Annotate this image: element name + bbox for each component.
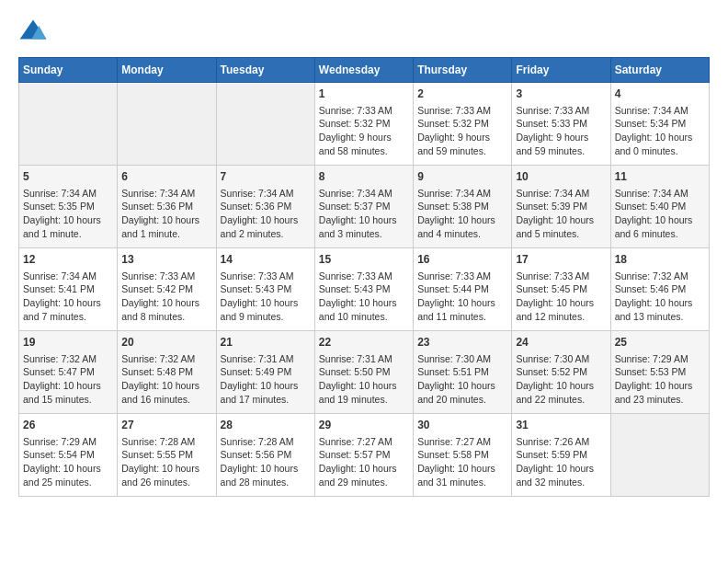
day-number: 1 (319, 86, 409, 102)
day-number: 13 (121, 252, 211, 268)
day-number: 25 (615, 335, 705, 350)
day-number: 30 (417, 418, 507, 433)
week-row-2: 5Sunrise: 7:34 AMSunset: 5:35 PMDaylight… (19, 166, 710, 248)
day-content: Sunrise: 7:33 AMSunset: 5:42 PMDaylight:… (121, 270, 211, 324)
day-number: 3 (516, 86, 606, 102)
day-content: Sunrise: 7:33 AMSunset: 5:43 PMDaylight:… (319, 270, 409, 324)
day-cell: 7Sunrise: 7:34 AMSunset: 5:36 PMDaylight… (216, 166, 314, 248)
day-number: 18 (615, 252, 705, 268)
week-row-3: 12Sunrise: 7:34 AMSunset: 5:41 PMDayligh… (19, 248, 710, 331)
day-content: Sunrise: 7:34 AMSunset: 5:37 PMDaylight:… (319, 187, 409, 241)
day-number: 2 (417, 86, 507, 102)
day-number: 29 (319, 418, 409, 433)
day-number: 5 (23, 169, 113, 185)
day-content: Sunrise: 7:34 AMSunset: 5:36 PMDaylight:… (221, 187, 311, 241)
header-day-tuesday: Tuesday (216, 58, 314, 83)
day-content: Sunrise: 7:26 AMSunset: 5:59 PMDaylight:… (516, 435, 606, 489)
day-number: 8 (319, 169, 409, 185)
day-cell: 12Sunrise: 7:34 AMSunset: 5:41 PMDayligh… (19, 248, 118, 331)
day-cell: 14Sunrise: 7:33 AMSunset: 5:43 PMDayligh… (216, 248, 314, 331)
day-number: 28 (221, 418, 311, 433)
day-number: 6 (121, 169, 211, 185)
day-cell: 5Sunrise: 7:34 AMSunset: 5:35 PMDaylight… (19, 166, 118, 248)
day-cell: 23Sunrise: 7:30 AMSunset: 5:51 PMDayligh… (414, 331, 512, 414)
day-content: Sunrise: 7:31 AMSunset: 5:49 PMDaylight:… (221, 352, 311, 407)
day-content: Sunrise: 7:29 AMSunset: 5:53 PMDaylight:… (615, 352, 705, 407)
week-row-5: 26Sunrise: 7:29 AMSunset: 5:54 PMDayligh… (19, 414, 710, 497)
day-cell (19, 83, 118, 166)
logo (18, 18, 51, 48)
day-cell: 29Sunrise: 7:27 AMSunset: 5:57 PMDayligh… (314, 414, 413, 497)
day-content: Sunrise: 7:28 AMSunset: 5:55 PMDaylight:… (121, 435, 211, 489)
day-cell: 20Sunrise: 7:32 AMSunset: 5:48 PMDayligh… (118, 331, 216, 414)
day-content: Sunrise: 7:33 AMSunset: 5:43 PMDaylight:… (221, 270, 311, 324)
day-content: Sunrise: 7:33 AMSunset: 5:32 PMDaylight:… (319, 104, 409, 158)
week-row-4: 19Sunrise: 7:32 AMSunset: 5:47 PMDayligh… (19, 331, 710, 414)
day-cell: 24Sunrise: 7:30 AMSunset: 5:52 PMDayligh… (512, 331, 610, 414)
day-cell: 15Sunrise: 7:33 AMSunset: 5:43 PMDayligh… (314, 248, 413, 331)
day-cell: 17Sunrise: 7:33 AMSunset: 5:45 PMDayligh… (512, 248, 610, 331)
day-cell: 19Sunrise: 7:32 AMSunset: 5:47 PMDayligh… (19, 331, 118, 414)
day-content: Sunrise: 7:32 AMSunset: 5:47 PMDaylight:… (23, 352, 113, 407)
header-day-friday: Friday (512, 58, 610, 83)
page-header (18, 18, 710, 48)
day-number: 20 (121, 335, 211, 350)
day-content: Sunrise: 7:33 AMSunset: 5:45 PMDaylight:… (516, 270, 606, 324)
day-content: Sunrise: 7:33 AMSunset: 5:44 PMDaylight:… (417, 270, 507, 324)
day-cell: 9Sunrise: 7:34 AMSunset: 5:38 PMDaylight… (414, 166, 512, 248)
day-content: Sunrise: 7:29 AMSunset: 5:54 PMDaylight:… (23, 435, 113, 489)
day-cell: 27Sunrise: 7:28 AMSunset: 5:55 PMDayligh… (118, 414, 216, 497)
day-content: Sunrise: 7:33 AMSunset: 5:33 PMDaylight:… (516, 104, 606, 158)
day-cell: 11Sunrise: 7:34 AMSunset: 5:40 PMDayligh… (610, 166, 709, 248)
day-cell: 30Sunrise: 7:27 AMSunset: 5:58 PMDayligh… (414, 414, 512, 497)
day-number: 26 (23, 418, 113, 433)
day-number: 14 (221, 252, 311, 268)
day-number: 10 (516, 169, 606, 185)
day-cell (216, 83, 314, 166)
header-day-sunday: Sunday (19, 58, 118, 83)
day-cell: 4Sunrise: 7:34 AMSunset: 5:34 PMDaylight… (610, 83, 709, 166)
day-cell: 6Sunrise: 7:34 AMSunset: 5:36 PMDaylight… (118, 166, 216, 248)
day-number: 17 (516, 252, 606, 268)
day-cell: 13Sunrise: 7:33 AMSunset: 5:42 PMDayligh… (118, 248, 216, 331)
day-number: 9 (417, 169, 507, 185)
header-day-saturday: Saturday (610, 58, 709, 83)
day-content: Sunrise: 7:28 AMSunset: 5:56 PMDaylight:… (221, 435, 311, 489)
day-number: 24 (516, 335, 606, 350)
day-content: Sunrise: 7:31 AMSunset: 5:50 PMDaylight:… (319, 352, 409, 407)
day-cell (118, 83, 216, 166)
day-number: 4 (615, 86, 705, 102)
day-cell: 3Sunrise: 7:33 AMSunset: 5:33 PMDaylight… (512, 83, 610, 166)
calendar-table: SundayMondayTuesdayWednesdayThursdayFrid… (18, 57, 710, 497)
day-cell: 25Sunrise: 7:29 AMSunset: 5:53 PMDayligh… (610, 331, 709, 414)
calendar-body: 1Sunrise: 7:33 AMSunset: 5:32 PMDaylight… (19, 83, 710, 497)
day-content: Sunrise: 7:30 AMSunset: 5:51 PMDaylight:… (417, 352, 507, 407)
day-content: Sunrise: 7:33 AMSunset: 5:32 PMDaylight:… (417, 104, 507, 158)
day-content: Sunrise: 7:32 AMSunset: 5:46 PMDaylight:… (615, 270, 705, 324)
day-cell: 2Sunrise: 7:33 AMSunset: 5:32 PMDaylight… (414, 83, 512, 166)
day-content: Sunrise: 7:34 AMSunset: 5:36 PMDaylight:… (121, 187, 211, 241)
header-day-monday: Monday (118, 58, 216, 83)
week-row-1: 1Sunrise: 7:33 AMSunset: 5:32 PMDaylight… (19, 83, 710, 166)
header-row: SundayMondayTuesdayWednesdayThursdayFrid… (19, 58, 710, 83)
day-cell: 18Sunrise: 7:32 AMSunset: 5:46 PMDayligh… (610, 248, 709, 331)
day-cell: 21Sunrise: 7:31 AMSunset: 5:49 PMDayligh… (216, 331, 314, 414)
day-content: Sunrise: 7:34 AMSunset: 5:34 PMDaylight:… (615, 104, 705, 158)
logo-icon (18, 18, 48, 48)
day-cell: 28Sunrise: 7:28 AMSunset: 5:56 PMDayligh… (216, 414, 314, 497)
day-content: Sunrise: 7:27 AMSunset: 5:58 PMDaylight:… (417, 435, 507, 489)
day-content: Sunrise: 7:34 AMSunset: 5:39 PMDaylight:… (516, 187, 606, 241)
day-number: 22 (319, 335, 409, 350)
day-number: 16 (417, 252, 507, 268)
day-number: 11 (615, 169, 705, 185)
day-content: Sunrise: 7:34 AMSunset: 5:38 PMDaylight:… (417, 187, 507, 241)
calendar-header: SundayMondayTuesdayWednesdayThursdayFrid… (19, 58, 710, 83)
day-number: 7 (221, 169, 311, 185)
day-cell: 22Sunrise: 7:31 AMSunset: 5:50 PMDayligh… (314, 331, 413, 414)
day-content: Sunrise: 7:34 AMSunset: 5:35 PMDaylight:… (23, 187, 113, 241)
day-number: 23 (417, 335, 507, 350)
day-number: 19 (23, 335, 113, 350)
day-content: Sunrise: 7:32 AMSunset: 5:48 PMDaylight:… (121, 352, 211, 407)
day-number: 15 (319, 252, 409, 268)
header-day-wednesday: Wednesday (314, 58, 413, 83)
